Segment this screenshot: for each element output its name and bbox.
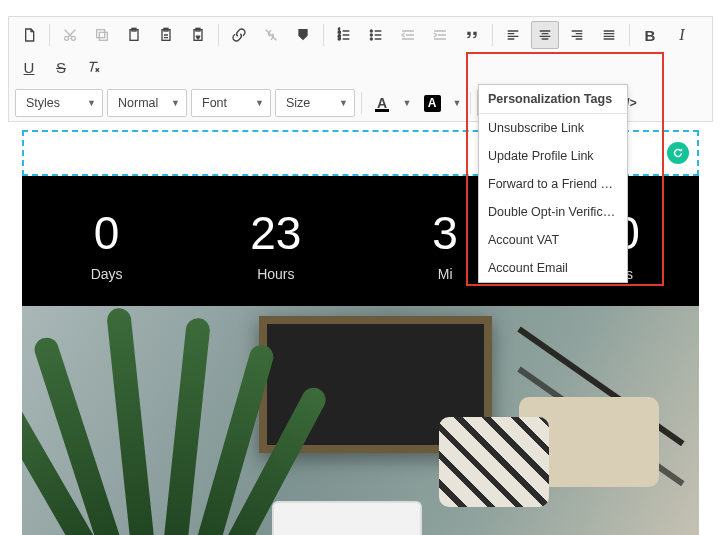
svg-point-14: [370, 34, 372, 36]
dropdown-item-forward-friend[interactable]: Forward to a Friend Link: [479, 170, 627, 198]
svg-point-15: [370, 38, 372, 40]
countdown-cell-hours: 23 Hours: [231, 206, 321, 282]
toolbar-separator: [218, 24, 219, 46]
unordered-list-button[interactable]: [362, 21, 390, 49]
dropdown-header: Personalization Tags: [479, 85, 627, 114]
svg-text:3: 3: [338, 36, 341, 41]
toolbar-separator: [629, 24, 630, 46]
text-color-caret[interactable]: ▼: [400, 98, 414, 108]
toolbar-separator: [361, 92, 362, 114]
paste-word-button[interactable]: [184, 21, 212, 49]
countdown-label: Days: [62, 266, 152, 282]
svg-rect-2: [99, 32, 107, 40]
dropdown-item-account-vat[interactable]: Account VAT: [479, 226, 627, 254]
new-page-button[interactable]: [15, 21, 43, 49]
size-select[interactable]: Size ▼: [275, 89, 355, 117]
dropdown-item-unsubscribe[interactable]: Unsubscribe Link: [479, 114, 627, 142]
personalization-dropdown: Personalization Tags Unsubscribe Link Up…: [478, 84, 628, 283]
toolbar-separator: [49, 24, 50, 46]
decor-laptop: [272, 501, 422, 535]
styles-select[interactable]: Styles ▼: [15, 89, 103, 117]
italic-button[interactable]: I: [668, 21, 696, 49]
align-right-button[interactable]: [563, 21, 591, 49]
decor-leaf: [106, 307, 156, 535]
caret-down-icon: ▼: [171, 98, 180, 108]
outdent-button[interactable]: [394, 21, 422, 49]
cut-button[interactable]: [56, 21, 84, 49]
caret-down-icon: ▼: [255, 98, 264, 108]
remove-format-button[interactable]: [79, 53, 107, 81]
caret-down-icon: ▼: [87, 98, 96, 108]
toolbar-separator: [323, 24, 324, 46]
grammarly-icon[interactable]: [667, 142, 689, 164]
text-color-swatch: [375, 109, 389, 112]
caret-down-icon: ▼: [339, 98, 348, 108]
bg-color-caret[interactable]: ▼: [450, 98, 464, 108]
styles-label: Styles: [26, 96, 60, 110]
dropdown-item-double-optin[interactable]: Double Opt-in Verificati…: [479, 198, 627, 226]
strike-button[interactable]: S: [47, 53, 75, 81]
paste-button[interactable]: [120, 21, 148, 49]
bold-button[interactable]: B: [636, 21, 664, 49]
format-select[interactable]: Normal ▼: [107, 89, 187, 117]
unlink-button[interactable]: [257, 21, 285, 49]
blockquote-button[interactable]: [458, 21, 486, 49]
align-center-button[interactable]: [531, 21, 559, 49]
countdown-cell-minutes: 3 Mi: [400, 206, 490, 282]
dropdown-item-update-profile[interactable]: Update Profile Link: [479, 142, 627, 170]
countdown-value: 23: [231, 206, 321, 260]
svg-point-13: [370, 30, 372, 32]
countdown-value: 0: [62, 206, 152, 260]
format-label: Normal: [118, 96, 158, 110]
hero-image: [22, 306, 699, 535]
countdown-label: Hours: [231, 266, 321, 282]
anchor-button[interactable]: [289, 21, 317, 49]
font-select[interactable]: Font ▼: [191, 89, 271, 117]
ordered-list-button[interactable]: 123: [330, 21, 358, 49]
size-label: Size: [286, 96, 310, 110]
bg-color-button[interactable]: A: [418, 89, 446, 117]
link-button[interactable]: [225, 21, 253, 49]
text-color-button[interactable]: A: [368, 89, 396, 117]
countdown-value: 3: [400, 206, 490, 260]
toolbar-separator: [492, 24, 493, 46]
paste-text-button[interactable]: [152, 21, 180, 49]
decor-pillow: [439, 417, 549, 507]
countdown-label: Mi: [400, 266, 490, 282]
countdown-cell-days: 0 Days: [62, 206, 152, 282]
bg-color-glyph: A: [424, 95, 441, 112]
dropdown-item-account-email[interactable]: Account Email: [479, 254, 627, 282]
underline-button[interactable]: U: [15, 53, 43, 81]
align-justify-button[interactable]: [595, 21, 623, 49]
copy-button[interactable]: [88, 21, 116, 49]
font-label: Font: [202, 96, 227, 110]
decor-leaf: [162, 317, 211, 535]
indent-button[interactable]: [426, 21, 454, 49]
align-left-button[interactable]: [499, 21, 527, 49]
svg-rect-3: [97, 30, 105, 38]
toolbar-separator: [470, 92, 471, 114]
